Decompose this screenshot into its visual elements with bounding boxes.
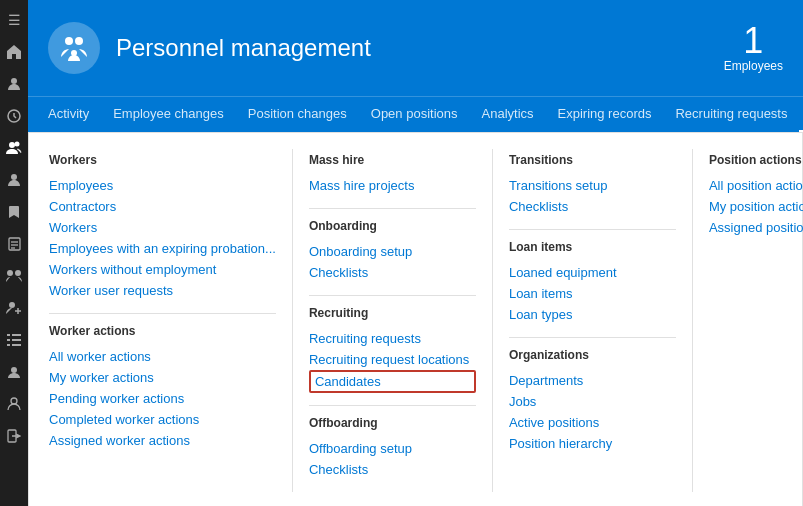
link-transitions-checklists[interactable]: Checklists [509, 196, 676, 217]
divider-organizations [509, 337, 676, 338]
people-icon[interactable] [0, 132, 28, 164]
nav-links[interactable]: Links [799, 97, 803, 132]
recruiting-section: Recruiting Recruiting requests Recruitin… [309, 306, 476, 393]
link-jobs[interactable]: Jobs [509, 391, 676, 412]
organizations-section: Organizations Departments Jobs Active po… [509, 348, 676, 454]
svg-point-2 [9, 142, 15, 148]
leave-icon[interactable] [0, 420, 28, 452]
badge-label: Employees [724, 59, 783, 73]
group-icon[interactable] [0, 260, 28, 292]
link-position-hierarchy[interactable]: Position hierarchy [509, 433, 676, 454]
recruiting-title: Recruiting [309, 306, 476, 320]
svg-point-0 [11, 78, 17, 84]
link-contractors[interactable]: Contractors [49, 196, 276, 217]
nav-expiring-records[interactable]: Expiring records [546, 97, 664, 132]
person2-icon[interactable] [0, 164, 28, 196]
svg-rect-15 [12, 334, 21, 336]
link-recruiting-request-locations[interactable]: Recruiting request locations [309, 349, 476, 370]
link-completed-worker-actions[interactable]: Completed worker actions [49, 409, 276, 430]
link-workers[interactable]: Workers [49, 217, 276, 238]
link-candidates[interactable]: Candidates [309, 370, 476, 393]
svg-rect-19 [12, 344, 21, 346]
nav-position-changes[interactable]: Position changes [236, 97, 359, 132]
link-pending-worker-actions[interactable]: Pending worker actions [49, 388, 276, 409]
list-icon[interactable] [0, 324, 28, 356]
divider-worker-actions [49, 313, 276, 314]
svg-point-24 [75, 37, 83, 45]
nav-bar: Activity Employee changes Position chang… [28, 96, 803, 132]
link-departments[interactable]: Departments [509, 370, 676, 391]
link-employees-expiring-probation[interactable]: Employees with an expiring probation... [49, 238, 276, 259]
link-workers-without-employment[interactable]: Workers without employment [49, 259, 276, 280]
divider-onboarding [309, 208, 476, 209]
module-icon [48, 22, 100, 74]
link-my-worker-actions[interactable]: My worker actions [49, 367, 276, 388]
svg-point-21 [11, 398, 17, 404]
svg-rect-14 [7, 334, 10, 336]
mass-hire-column: Mass hire Mass hire projects Onboarding … [293, 149, 493, 492]
home-icon[interactable] [0, 36, 28, 68]
mass-hire-section: Mass hire Mass hire projects [309, 153, 476, 196]
link-onboarding-checklists[interactable]: Checklists [309, 262, 476, 283]
worker-actions-title: Worker actions [49, 324, 276, 338]
clock-icon[interactable] [0, 100, 28, 132]
svg-point-4 [11, 174, 17, 180]
mass-hire-title: Mass hire [309, 153, 476, 167]
svg-point-3 [15, 142, 20, 147]
worker-actions-section: Worker actions All worker actions My wor… [49, 324, 276, 451]
offboarding-section: Offboarding Offboarding setup Checklists [309, 416, 476, 480]
employees-badge[interactable]: 1 Employees [724, 23, 783, 73]
link-onboarding-setup[interactable]: Onboarding setup [309, 241, 476, 262]
link-loaned-equipment[interactable]: Loaned equipment [509, 262, 676, 283]
links-dropdown: Workers Employees Contractors Workers Em… [28, 132, 803, 506]
workers-section-title: Workers [49, 153, 276, 167]
transitions-title: Transitions [509, 153, 676, 167]
link-recruiting-requests[interactable]: Recruiting requests [309, 328, 476, 349]
add-person-icon[interactable] [0, 292, 28, 324]
link-transitions-setup[interactable]: Transitions setup [509, 175, 676, 196]
link-offboarding-checklists[interactable]: Checklists [309, 459, 476, 480]
workers-column: Workers Employees Contractors Workers Em… [49, 149, 293, 492]
nav-recruiting-requests[interactable]: Recruiting requests [663, 97, 799, 132]
loan-items-title: Loan items [509, 240, 676, 254]
nav-open-positions[interactable]: Open positions [359, 97, 470, 132]
nav-analytics[interactable]: Analytics [470, 97, 546, 132]
link-assigned-worker-actions[interactable]: Assigned worker actions [49, 430, 276, 451]
position-actions-column: Position actions All position actions My… [693, 149, 803, 492]
link-assigned-position-actions[interactable]: Assigned position actions [709, 217, 803, 238]
hamburger-icon[interactable]: ☰ [0, 4, 28, 36]
svg-point-20 [11, 367, 17, 373]
divider-offboarding [309, 405, 476, 406]
bookmark-icon[interactable] [0, 196, 28, 228]
loan-items-section: Loan items Loaned equipment Loan items L… [509, 240, 676, 325]
divider-recruiting [309, 295, 476, 296]
position-actions-section: Position actions All position actions My… [709, 153, 803, 238]
link-worker-user-requests[interactable]: Worker user requests [49, 280, 276, 301]
nav-activity[interactable]: Activity [36, 97, 101, 132]
person-icon[interactable] [0, 68, 28, 100]
svg-rect-18 [7, 344, 10, 346]
link-loan-types[interactable]: Loan types [509, 304, 676, 325]
divider-loan-items [509, 229, 676, 230]
link-all-position-actions[interactable]: All position actions [709, 175, 803, 196]
note-icon[interactable] [0, 228, 28, 260]
link-active-positions[interactable]: Active positions [509, 412, 676, 433]
transfer-icon[interactable] [0, 356, 28, 388]
nav-employee-changes[interactable]: Employee changes [101, 97, 236, 132]
link-my-position-actions[interactable]: My position actions [709, 196, 803, 217]
page-title: Personnel management [116, 34, 371, 62]
svg-rect-17 [12, 339, 21, 341]
link-offboarding-setup[interactable]: Offboarding setup [309, 438, 476, 459]
link-loan-items[interactable]: Loan items [509, 283, 676, 304]
onboarding-section: Onboarding Onboarding setup Checklists [309, 219, 476, 283]
svg-point-9 [7, 270, 13, 276]
organizations-title: Organizations [509, 348, 676, 362]
user-group-icon[interactable] [0, 388, 28, 420]
svg-rect-16 [7, 339, 10, 341]
svg-point-11 [9, 302, 15, 308]
main-content: Personnel management 1 Employees Activit… [28, 0, 803, 506]
link-employees[interactable]: Employees [49, 175, 276, 196]
position-actions-title: Position actions [709, 153, 803, 167]
link-all-worker-actions[interactable]: All worker actions [49, 346, 276, 367]
link-mass-hire-projects[interactable]: Mass hire projects [309, 175, 476, 196]
